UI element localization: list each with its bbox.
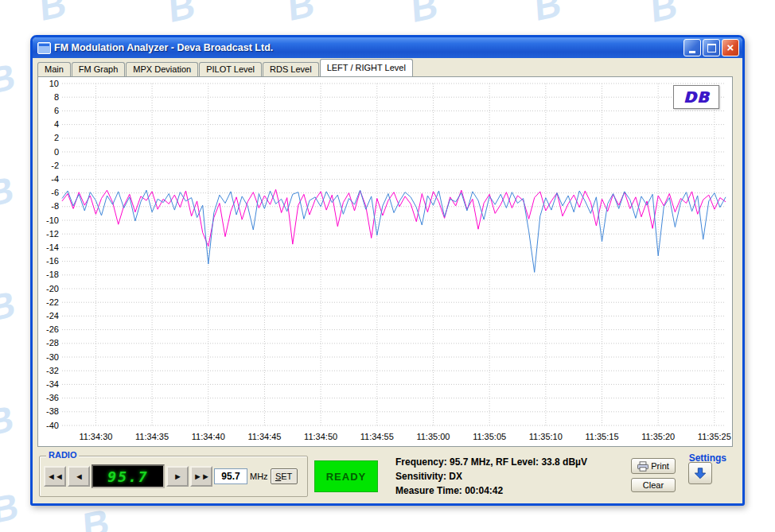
close-button[interactable] [722, 39, 739, 56]
y-axis-tick: 6 [54, 106, 59, 115]
y-axis-tick: 10 [49, 79, 59, 88]
y-axis-tick: -34 [46, 379, 59, 389]
tab-left-right-level[interactable]: LEFT / RIGHT Level [320, 59, 413, 76]
sensitivity-status: Sensitivity: DX [395, 469, 587, 483]
watermark-logo: B [287, 0, 316, 27]
x-axis-tick: 11:34:55 [360, 432, 394, 441]
y-axis-tick: -28 [46, 338, 59, 348]
clear-button-label: Clear [643, 480, 664, 490]
maximize-button[interactable] [703, 39, 720, 56]
measure-time-status: Measure Time: 00:04:42 [395, 483, 587, 498]
mhz-label: MHz [250, 472, 268, 481]
y-axis-tick: -32 [46, 366, 59, 375]
clear-button[interactable]: Clear [631, 478, 676, 492]
x-axis-tick: 11:35:05 [473, 432, 506, 441]
watermark-logo: B [0, 487, 19, 529]
app-window: FM Modulation Analyzer - Deva Broadcast … [30, 35, 745, 506]
close-icon [727, 41, 734, 55]
watermark-logo: B [650, 0, 679, 29]
y-axis-tick: -20 [46, 284, 59, 293]
step-down-icon: ◄ [75, 472, 83, 481]
db-logo-text: DB [683, 88, 709, 106]
ready-label: READY [326, 471, 367, 483]
tab-main[interactable]: Main [37, 62, 71, 76]
y-axis-tick: -2 [51, 161, 59, 170]
x-axis-tick: 11:35:20 [641, 432, 675, 441]
app-icon [37, 42, 51, 54]
window-title: FM Modulation Analyzer - Deva Broadcast … [54, 42, 682, 53]
y-axis-tick: 4 [54, 119, 59, 129]
tab-bar: MainFM GraphMPX DeviationPILOT LevelRDS … [37, 60, 414, 76]
ready-indicator: READY [314, 460, 378, 492]
tab-pilot-level[interactable]: PILOT Level [199, 62, 262, 76]
y-axis-tick: -12 [46, 229, 59, 239]
seek-up-icon: ►► [193, 472, 209, 481]
x-axis-tick: 11:34:30 [79, 432, 112, 441]
frequency-rf-status: Frequency: 95.7 MHz, RF Level: 33.8 dBµV [395, 455, 587, 469]
y-axis-tick: 0 [54, 147, 59, 157]
y-axis-tick: -24 [46, 311, 59, 320]
y-axis-tick: -8 [51, 201, 59, 211]
down-arrow-icon [694, 467, 707, 480]
frequency-input[interactable] [214, 468, 247, 484]
watermark-logo: B [0, 170, 14, 212]
y-axis-tick: -4 [51, 174, 59, 184]
y-axis-tick: 2 [54, 133, 59, 142]
y-axis-tick: -30 [46, 352, 59, 362]
tab-rds-level[interactable]: RDS Level [263, 62, 319, 76]
watermark-logo: B [168, 0, 197, 29]
x-axis-tick: 11:35:15 [586, 432, 619, 441]
y-axis-tick: -40 [46, 421, 59, 430]
step-down-button[interactable]: ◄ [68, 466, 90, 487]
y-axis-tick: -18 [46, 270, 59, 279]
x-axis-tick: 11:35:25 [698, 432, 731, 441]
x-axis-tick: 11:34:50 [304, 432, 337, 441]
watermark-logo: B [0, 57, 16, 99]
x-axis-tick: 11:34:35 [135, 432, 169, 441]
status-readout: Frequency: 95.7 MHz, RF Level: 33.8 dBµV… [395, 455, 587, 498]
set-button[interactable]: SET [271, 468, 298, 484]
control-bar: RADIO ◄◄ ◄ 95.7 ► ►► MHz SET READY [37, 452, 733, 499]
radio-group-label: RADIO [46, 450, 79, 460]
frequency-display-value: 95.7 [107, 468, 148, 485]
y-axis-tick: -38 [46, 406, 59, 416]
x-axis-tick: 11:35:10 [529, 432, 563, 441]
y-axis-tick: -6 [51, 188, 59, 197]
x-axis-tick: 11:34:45 [247, 432, 281, 441]
settings-dropdown-button[interactable] [688, 462, 712, 484]
seek-up-button[interactable]: ►► [190, 466, 212, 487]
maximize-icon [707, 44, 716, 52]
y-axis-tick: -16 [46, 256, 59, 266]
tab-mpx-deviation[interactable]: MPX Deviation [126, 62, 198, 76]
watermark-logo: B [0, 285, 16, 327]
tuner-controls: ◄◄ ◄ 95.7 ► ►► MHz SET [44, 464, 298, 488]
levels-chart: 1086420-2-4-6-8-10-12-14-16-18-20-22-24-… [38, 77, 732, 446]
set-button-label: SET [271, 472, 297, 481]
frequency-display: 95.7 [92, 464, 165, 488]
x-axis-tick: 11:34:40 [192, 432, 225, 441]
y-axis-tick: -26 [46, 324, 59, 334]
tab-fm-graph[interactable]: FM Graph [72, 62, 126, 76]
y-axis-tick: -10 [46, 216, 59, 225]
watermark-logo: B [0, 399, 14, 441]
print-button[interactable]: Print [631, 458, 676, 474]
minimize-button[interactable] [683, 39, 701, 56]
titlebar[interactable]: FM Modulation Analyzer - Deva Broadcast … [33, 37, 742, 58]
minimize-icon [689, 51, 695, 53]
y-axis-tick: -36 [46, 393, 59, 402]
seek-down-icon: ◄◄ [47, 472, 63, 481]
step-up-button[interactable]: ► [166, 466, 189, 487]
print-button-label: Print [651, 461, 669, 471]
y-axis-tick: 8 [54, 92, 59, 102]
printer-icon [637, 461, 648, 472]
seek-down-button[interactable]: ◄◄ [44, 466, 66, 487]
y-axis-tick: -14 [46, 243, 59, 252]
watermark-logo: B [39, 0, 68, 27]
step-up-icon: ► [173, 472, 181, 481]
desktop: BBBBBBBBBBBB FM Modulation Analyzer - De… [0, 0, 775, 532]
chart-area: 1086420-2-4-6-8-10-12-14-16-18-20-22-24-… [37, 76, 733, 447]
watermark-logo: B [411, 0, 439, 29]
watermark-logo: B [82, 503, 111, 532]
radio-group: RADIO ◄◄ ◄ 95.7 ► ►► MHz SET [39, 456, 308, 497]
left-level-trace [62, 189, 726, 246]
